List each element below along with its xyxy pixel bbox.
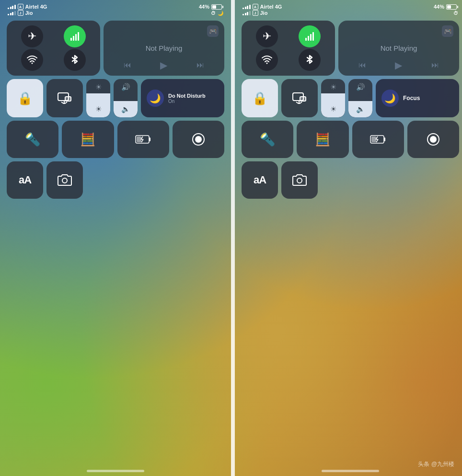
moon-icon: 🌙: [218, 11, 223, 16]
fast-forward-button-right[interactable]: ⏭: [431, 61, 439, 69]
bluetooth-button-r[interactable]: [299, 49, 321, 71]
now-playing-widget-left[interactable]: 🎮 Not Playing ⏮ ▶ ⏭: [104, 21, 224, 76]
svg-rect-1: [73, 36, 74, 41]
fast-forward-button-left[interactable]: ⏭: [196, 61, 204, 69]
watermark: 头条 @九州楼: [418, 460, 454, 468]
lock-rotation-button[interactable]: 🔒: [7, 79, 43, 117]
screen-mirror-button-r[interactable]: [281, 79, 318, 117]
np-header-right: 🎮: [344, 25, 453, 37]
text-size-button[interactable]: aA: [7, 161, 43, 199]
wifi-button[interactable]: [21, 49, 43, 71]
screen-mirror-button[interactable]: [46, 79, 83, 117]
control-center-left: ✈: [0, 18, 231, 204]
screen-mirror-icon: [58, 92, 72, 104]
play-button-right[interactable]: ▶: [395, 59, 402, 71]
signal-bars-r2: [243, 11, 251, 15]
battery-fill-r: [447, 5, 451, 9]
rbar2b: [245, 13, 246, 15]
wifi-button-r[interactable]: [256, 49, 278, 71]
np-controls-left: ⏮ ▶ ⏭: [109, 59, 219, 71]
bar4: [14, 5, 16, 9]
lock-rotation-icon: 🔒: [17, 91, 33, 106]
carrier1-icon: A: [18, 4, 23, 10]
carrier2-row-r: J Jio: [243, 10, 282, 16]
lock-rotation-button-r[interactable]: 🔒: [242, 79, 278, 117]
airplane-mode-button-r[interactable]: ✈: [256, 25, 278, 47]
calculator-button-r[interactable]: 🧮: [297, 121, 348, 158]
calculator-button[interactable]: 🧮: [62, 121, 114, 158]
screen-record-icon-r: [426, 132, 440, 147]
svg-rect-3: [78, 32, 79, 41]
svg-point-15: [195, 136, 202, 143]
focus-button[interactable]: 🌙 Focus: [376, 79, 459, 117]
svg-line-13: [141, 139, 143, 142]
cellular-icon: [69, 31, 80, 42]
home-indicator-left: [87, 470, 144, 472]
watermark-handle: @九州楼: [431, 461, 454, 467]
camera-icon: [58, 174, 72, 186]
carrier2-row: J Jio: [8, 10, 47, 16]
text-size-button-r[interactable]: aA: [242, 161, 278, 199]
focus-label: Focus: [403, 95, 420, 102]
bar1b: [8, 14, 9, 15]
rewind-button-left[interactable]: ⏮: [124, 61, 131, 69]
svg-point-33: [297, 178, 302, 183]
rewind-button-right[interactable]: ⏮: [358, 61, 366, 69]
brightness-bottom-icon-r: ☀: [321, 105, 345, 113]
volume-slider[interactable]: 🔊 🔈: [114, 79, 138, 117]
connectivity-widget-right[interactable]: ✈: [242, 21, 335, 76]
now-playing-widget-right[interactable]: 🎮 Not Playing ⏮ ▶ ⏭: [338, 21, 459, 76]
carrier2-label: Jio: [25, 10, 33, 16]
dnd-moon-icon: 🌙: [147, 90, 164, 107]
connectivity-widget-left[interactable]: ✈: [7, 21, 100, 76]
brightness-slider[interactable]: ☀ ☀: [86, 79, 110, 117]
svg-rect-18: [308, 36, 309, 41]
svg-line-30: [376, 139, 378, 142]
right-panel: A Airtel 4G J Jio 44%: [235, 0, 462, 476]
screen-record-button[interactable]: [173, 121, 224, 158]
battery-percent-r: 44%: [434, 4, 444, 10]
volume-slider-r[interactable]: 🔊 🔈: [348, 79, 372, 117]
airplane-mode-button[interactable]: ✈: [21, 25, 43, 47]
brightness-bottom-icon: ☀: [86, 105, 110, 113]
play-button-left[interactable]: ▶: [160, 59, 167, 71]
screen-record-button-r[interactable]: [407, 121, 459, 158]
status-left-right: A Airtel 4G J Jio: [243, 4, 282, 16]
camera-button-r[interactable]: [281, 161, 318, 199]
battery-body: [211, 4, 222, 10]
battery-icon-r: [446, 4, 458, 10]
row4-right: aA: [242, 161, 459, 199]
row1-left: ✈: [7, 21, 224, 76]
battery-widget-button-r[interactable]: [352, 121, 404, 158]
flashlight-button-r[interactable]: 🔦: [242, 121, 293, 158]
carrier1-row-r: A Airtel 4G: [243, 4, 282, 10]
svg-rect-2: [75, 34, 77, 41]
brightness-slider-r[interactable]: ☀ ☀: [321, 79, 345, 117]
cellular-button-r[interactable]: [299, 25, 321, 47]
row3-left: 🔦 🧮: [7, 121, 224, 158]
volume-bottom-icon: 🔈: [114, 105, 138, 113]
svg-rect-19: [310, 34, 312, 41]
carrier2-icon-r: J: [253, 10, 258, 16]
battery-widget-icon: [135, 135, 151, 144]
carrier1-icon-r: A: [253, 4, 258, 10]
left-panel: A Airtel 4G J Jio 44%: [0, 0, 231, 476]
cellular-button[interactable]: [64, 25, 86, 47]
status-left: A Airtel 4G J Jio: [8, 4, 47, 16]
battery-widget-button[interactable]: [117, 121, 169, 158]
rbar1b: [243, 14, 244, 15]
dnd-button[interactable]: 🌙 Do Not Disturb On: [141, 79, 224, 117]
battery-percent: 44%: [199, 4, 209, 10]
bar4b: [14, 11, 16, 15]
now-playing-title-right: Not Playing: [344, 44, 453, 52]
bluetooth-button[interactable]: [64, 49, 86, 71]
bar2: [10, 7, 12, 9]
brightness-top-icon: ☀: [86, 83, 110, 91]
carrier1-label-r: Airtel 4G: [260, 4, 282, 10]
camera-button[interactable]: [46, 161, 83, 199]
carrier1-row: A Airtel 4G: [8, 4, 47, 10]
flashlight-button[interactable]: 🔦: [7, 121, 58, 158]
row2-left: 🔒 ☀ ☀ 🔊 🔈 🌙: [7, 79, 224, 117]
battery-fill: [212, 5, 216, 9]
rbar1: [243, 8, 244, 9]
